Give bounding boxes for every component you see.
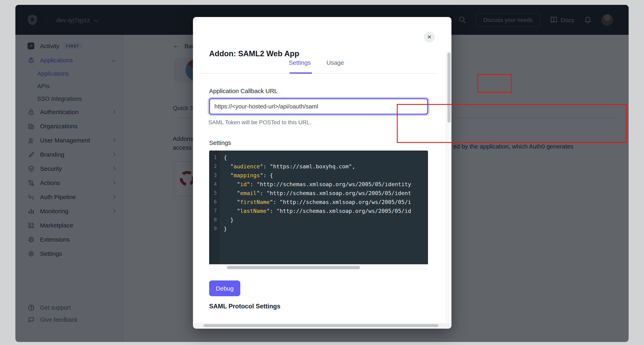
line-number: 5 (209, 189, 220, 197)
modal-horizontal-scrollbar[interactable] (194, 323, 451, 328)
settings-section-label: Settings (209, 139, 231, 146)
tab-settings[interactable]: Settings (289, 59, 311, 66)
code-area: { "audience": "https://saml.boxyhq.com",… (220, 151, 428, 264)
modal-vertical-scrollbar[interactable] (446, 51, 451, 322)
debug-button[interactable]: Debug (209, 280, 240, 296)
line-number: 1 (209, 153, 220, 162)
code-editor-surface: 123456789 { "audience": "https://saml.bo… (209, 151, 428, 264)
callback-url-helper: SAML Token will be POSTed to this URL. (208, 119, 311, 125)
line-number: 4 (209, 180, 220, 189)
line-number: 2 (209, 162, 220, 171)
code-line: "lastName": "http://schemas.xmlsoap.org/… (224, 206, 428, 215)
code-line: "audience": "https://saml.boxyhq.com", (224, 162, 428, 171)
code-line: "id": "http://schemas.xmlsoap.org/ws/200… (224, 180, 428, 189)
modal-title: Addon: SAML2 Web App (209, 49, 299, 58)
active-tab-underline (290, 73, 312, 74)
tab-usage[interactable]: Usage (326, 59, 344, 66)
editor-scrollbar-thumb[interactable] (227, 266, 360, 269)
saml-protocol-settings-heading: SAML Protocol Settings (209, 303, 280, 310)
editor-horizontal-scrollbar[interactable] (220, 264, 428, 271)
line-number-gutter: 123456789 (209, 151, 220, 264)
code-line: "mappings": { (224, 171, 428, 180)
screenshot-root: dev-tyj7qyzz Discuss your needs Docs (0, 0, 644, 345)
annotation-box-callback-url (397, 104, 626, 143)
code-line: } (224, 215, 428, 224)
annotation-box-settings-tab (477, 74, 512, 93)
code-line: "firstName": "http://schemas.xmlsoap.org… (224, 197, 428, 206)
line-number: 8 (209, 215, 220, 224)
code-line: { (224, 153, 428, 162)
callback-url-label: Application Callback URL (209, 87, 278, 94)
tabs-divider (200, 73, 438, 74)
code-line: "email": "http://schemas.xmlsoap.org/ws/… (224, 189, 428, 197)
line-number: 6 (209, 197, 220, 206)
addon-saml2-modal: Addon: SAML2 Web App ✕ Settings Usage Ap… (193, 17, 452, 328)
close-icon[interactable]: ✕ (424, 32, 435, 43)
line-number: 9 (209, 224, 220, 233)
settings-json-editor[interactable]: 123456789 { "audience": "https://saml.bo… (209, 151, 428, 271)
modal-horizontal-scrollbar-thumb[interactable] (204, 324, 438, 327)
line-number: 3 (209, 171, 220, 180)
code-line: } (224, 224, 428, 233)
line-number: 7 (209, 206, 220, 215)
callback-url-input[interactable] (209, 98, 428, 115)
